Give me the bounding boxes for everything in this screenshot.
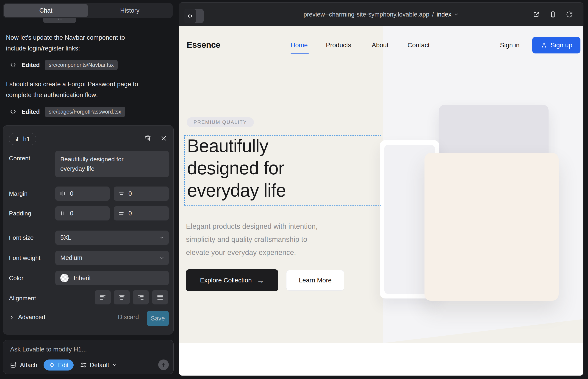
site-logo[interactable]: Essence xyxy=(187,40,220,50)
file-chip[interactable]: src/pages/ForgotPassword.tsx xyxy=(45,107,125,117)
margin-y-input[interactable]: 0 xyxy=(114,187,169,201)
typography-icon: тT xyxy=(15,135,20,143)
arrow-right-icon: → xyxy=(257,276,264,285)
image-plus-icon xyxy=(10,362,17,368)
trash-icon xyxy=(144,135,151,142)
hero-badge: PREMIUM QUALITY xyxy=(187,117,254,127)
font-weight-select[interactable]: Medium xyxy=(55,251,169,265)
edited-label: Edited xyxy=(22,62,40,69)
chevron-right-icon xyxy=(9,315,15,320)
align-justify-icon xyxy=(156,294,164,301)
preview-toolbar: preview--charming-site-symphony.lovable.… xyxy=(179,2,583,26)
font-size-select[interactable]: 5XL xyxy=(55,231,169,245)
decor-card-cream xyxy=(424,153,559,301)
edited-label: Edited xyxy=(22,108,40,115)
chevron-down-icon xyxy=(454,12,459,17)
nav-link-about[interactable]: About xyxy=(372,42,388,49)
element-editor-panel: тT h1 Content Beautifully designed for e… xyxy=(3,125,174,334)
align-right-button[interactable] xyxy=(133,290,149,304)
edit-mode-button[interactable]: Edit xyxy=(44,360,74,371)
preview-url[interactable]: preview--charming-site-symphony.lovable.… xyxy=(179,2,583,26)
url-separator: / xyxy=(432,11,434,18)
edited-file-row: Edited src/components/Navbar.tsx xyxy=(10,59,118,71)
user-icon xyxy=(541,42,547,49)
hero-heading[interactable]: Beautifully designed for everyday life xyxy=(187,135,286,201)
hero-paragraph: Elegant products designed with intention… xyxy=(186,220,370,259)
scrolled-file-chip xyxy=(43,18,76,23)
chat-sidebar: Chat History Now let's update the Navbar… xyxy=(0,0,179,379)
lovable-app: Chat History Now let's update the Navbar… xyxy=(0,0,588,379)
file-chip[interactable]: src/components/Navbar.tsx xyxy=(45,60,117,70)
close-panel-button[interactable] xyxy=(159,133,169,143)
default-mode-dropdown[interactable]: Default xyxy=(80,362,117,369)
padding-y-input[interactable]: 0 xyxy=(114,206,169,221)
chat-composer[interactable]: Ask Lovable to modify H1... Attach Edit xyxy=(3,340,174,374)
tab-history[interactable]: History xyxy=(88,4,172,17)
content-input[interactable]: Beautifully designed for everyday life xyxy=(55,151,169,177)
align-center-button[interactable] xyxy=(114,290,130,304)
save-button[interactable]: Save xyxy=(147,311,169,326)
delete-element-button[interactable] xyxy=(143,133,153,143)
attach-button[interactable]: Attach xyxy=(10,362,37,369)
color-label: Color xyxy=(9,275,23,282)
assistant-message: I should also create a Forgot Password p… xyxy=(6,79,170,100)
preview-window: preview--charming-site-symphony.lovable.… xyxy=(179,2,583,376)
chevron-down-icon xyxy=(159,255,165,261)
align-justify-button[interactable] xyxy=(152,290,168,304)
margin-horizontal-icon xyxy=(59,190,66,197)
edited-file-row: Edited src/pages/ForgotPassword.tsx xyxy=(10,106,125,117)
close-icon xyxy=(160,135,167,142)
explore-collection-button[interactable]: Explore Collection → xyxy=(186,269,278,291)
padding-label: Padding xyxy=(9,210,31,217)
chevron-down-icon xyxy=(112,363,117,367)
content-label: Content xyxy=(9,155,30,162)
open-in-new-tab-button[interactable] xyxy=(531,9,542,19)
align-left-button[interactable] xyxy=(95,290,111,304)
margin-x-input[interactable]: 0 xyxy=(55,187,110,201)
refresh-icon xyxy=(566,11,573,18)
align-left-icon xyxy=(99,294,107,301)
code-icon xyxy=(10,62,16,68)
nav-link-home[interactable]: Home xyxy=(291,42,308,49)
sign-in-link[interactable]: Sign in xyxy=(500,42,520,49)
advanced-toggle[interactable]: Advanced xyxy=(9,314,45,321)
margin-vertical-icon xyxy=(118,190,125,197)
learn-more-button[interactable]: Learn More xyxy=(286,270,344,291)
align-center-icon xyxy=(118,294,125,301)
target-icon xyxy=(49,362,55,368)
padding-x-input[interactable]: 0 xyxy=(55,206,110,221)
nav-active-underline xyxy=(291,53,309,54)
url-page: index xyxy=(437,11,451,18)
composer-placeholder: Ask Lovable to modify H1... xyxy=(10,346,87,353)
selected-element-tag: тT h1 xyxy=(9,133,36,145)
font-size-label: Font size xyxy=(9,234,34,241)
nav-link-products[interactable]: Products xyxy=(326,42,351,49)
color-select[interactable]: Inherit xyxy=(55,271,169,285)
padding-vertical-icon xyxy=(118,210,125,217)
smartphone-icon xyxy=(549,11,556,18)
code-icon xyxy=(10,108,16,115)
h1-selection-outline[interactable]: Beautifully designed for everyday life xyxy=(184,135,381,205)
tab-chat[interactable]: Chat xyxy=(4,4,88,17)
margin-label: Margin xyxy=(9,190,28,197)
refresh-button[interactable] xyxy=(564,9,574,19)
external-link-icon xyxy=(533,11,540,18)
chevron-down-icon xyxy=(159,235,165,240)
sign-up-button[interactable]: Sign up xyxy=(532,37,580,53)
mobile-view-button[interactable] xyxy=(548,9,558,19)
site-preview: Essence Home Products About Contact Sign… xyxy=(179,26,583,376)
color-swatch xyxy=(60,274,69,282)
sidebar-tabs: Chat History xyxy=(3,3,173,18)
url-domain: preview--charming-site-symphony.lovable.… xyxy=(304,11,430,18)
arrow-up-icon xyxy=(161,362,166,367)
send-button[interactable] xyxy=(158,360,169,370)
align-right-icon xyxy=(137,294,144,301)
discard-button[interactable]: Discard xyxy=(118,314,139,321)
font-weight-label: Font weight xyxy=(9,254,40,262)
assistant-message: Now let's update the Navbar component to… xyxy=(6,32,170,54)
alignment-label: Alignment xyxy=(9,295,36,302)
nav-link-contact[interactable]: Contact xyxy=(407,42,430,49)
section-below-hero xyxy=(179,343,583,376)
sliders-icon xyxy=(80,362,87,368)
padding-horizontal-icon xyxy=(59,210,66,217)
